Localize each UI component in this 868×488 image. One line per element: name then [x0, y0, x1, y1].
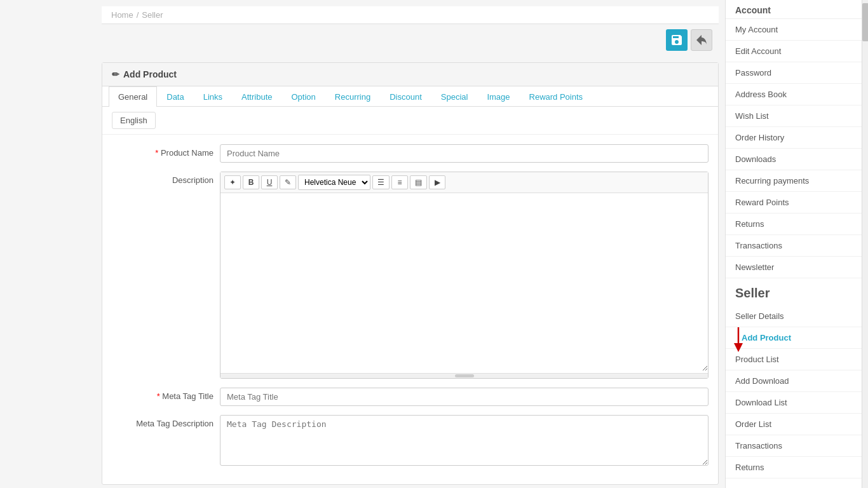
tab-links[interactable]: Links	[194, 86, 232, 107]
pencil-icon: ✏	[112, 69, 119, 79]
sidebar-item-my-account[interactable]: My Account	[726, 19, 868, 41]
meta-tag-description-group: Meta Tag Description	[112, 415, 709, 466]
sidebar-item-password[interactable]: Password	[726, 62, 868, 84]
sidebar-item-edit-account[interactable]: Edit Account	[726, 41, 868, 62]
tab-special[interactable]: Special	[431, 86, 478, 107]
meta-tag-title-label: Meta Tag Title	[112, 388, 214, 401]
sidebar-item-wish-list[interactable]: Wish List	[726, 105, 868, 127]
sidebar-item-order-list[interactable]: Order List	[726, 414, 868, 435]
editor-btn-list-ol[interactable]: ≡	[391, 175, 408, 189]
lang-tab-english[interactable]: English	[112, 112, 156, 129]
description-label: Description	[112, 172, 214, 185]
sidebar-item-returns[interactable]: Returns	[726, 214, 868, 235]
sidebar-item-transactions-seller[interactable]: Transactions	[726, 435, 868, 457]
sidebar-item-order-history[interactable]: Order History	[726, 127, 868, 149]
toolbar	[102, 24, 719, 56]
language-tabs: English	[102, 107, 718, 135]
editor-btn-magic[interactable]: ✦	[224, 175, 241, 189]
tab-general[interactable]: General	[109, 86, 157, 107]
editor-btn-underline[interactable]: U	[261, 175, 278, 189]
description-textarea[interactable]	[220, 193, 708, 371]
add-product-panel: ✏ Add Product General Data Links Attribu…	[102, 62, 719, 485]
tab-recurring[interactable]: Recurring	[325, 86, 380, 107]
font-select[interactable]: Helvetica Neue	[298, 175, 370, 190]
tab-data[interactable]: Data	[157, 86, 193, 107]
editor-scrollbar-thumb	[455, 374, 474, 377]
tab-reward-points[interactable]: Reward Points	[520, 86, 593, 107]
sidebar-item-reward-points[interactable]: Reward Points	[726, 192, 868, 214]
editor-toolbar: ✦ B U ✎ Helvetica Neue ☰ ≡ ▤ ▶	[220, 172, 708, 193]
meta-tag-title-group: Meta Tag Title	[112, 388, 709, 406]
tab-option[interactable]: Option	[282, 86, 325, 107]
tab-attribute[interactable]: Attribute	[232, 86, 281, 107]
editor-btn-align[interactable]: ▤	[410, 175, 427, 189]
breadcrumb: Home / Seller	[102, 6, 719, 24]
sidebar-item-newsletter[interactable]: Newsletter	[726, 257, 868, 278]
panel-title: Add Product	[123, 69, 177, 79]
product-name-group: Product Name	[112, 144, 709, 163]
right-sidebar: Account My Account Edit Account Password…	[725, 0, 868, 488]
account-section-title: Account	[726, 0, 868, 19]
panel-heading: ✏ Add Product	[102, 63, 718, 86]
editor-btn-list-ul[interactable]: ☰	[372, 175, 390, 189]
description-editor: ✦ B U ✎ Helvetica Neue ☰ ≡ ▤ ▶	[220, 172, 709, 379]
editor-scrollbar	[220, 373, 708, 378]
page-scrollbar[interactable]	[862, 0, 868, 488]
sidebar-item-download-list[interactable]: Download List	[726, 392, 868, 414]
sidebar-item-downloads[interactable]: Downloads	[726, 149, 868, 170]
product-tabs: General Data Links Attribute Option Recu…	[102, 86, 718, 107]
meta-tag-description-label: Meta Tag Description	[112, 415, 214, 428]
scrollbar-thumb	[862, 3, 868, 41]
product-name-label: Product Name	[112, 144, 214, 158]
form-body: Product Name Description ✦ B U ✎ Helveti	[102, 135, 718, 484]
editor-btn-video[interactable]: ▶	[429, 175, 445, 189]
sidebar-item-add-download[interactable]: Add Download	[726, 370, 868, 392]
product-name-input[interactable]	[220, 144, 709, 163]
tab-discount[interactable]: Discount	[380, 86, 431, 107]
sidebar-item-transactions[interactable]: Transactions	[726, 235, 868, 257]
sidebar-item-recurring-payments[interactable]: Recurring payments	[726, 170, 868, 192]
editor-btn-italic[interactable]: ✎	[280, 175, 296, 189]
back-button[interactable]	[691, 29, 712, 51]
meta-tag-title-input[interactable]	[220, 388, 709, 406]
seller-section: Seller Seller Details Add Product Produc…	[726, 278, 868, 478]
description-group: Description ✦ B U ✎ Helvetica Neue ☰ ≡	[112, 172, 709, 379]
save-button[interactable]	[666, 29, 688, 51]
svg-marker-1	[734, 343, 743, 352]
sidebar-item-address-book[interactable]: Address Book	[726, 84, 868, 105]
meta-tag-description-textarea[interactable]	[220, 415, 709, 466]
red-arrow-indicator	[729, 324, 748, 356]
editor-btn-bold[interactable]: B	[243, 175, 259, 189]
tab-image[interactable]: Image	[477, 86, 519, 107]
sidebar-item-returns-seller[interactable]: Returns	[726, 457, 868, 478]
account-section: Account My Account Edit Account Password…	[726, 0, 868, 278]
seller-section-title: Seller	[726, 278, 868, 306]
